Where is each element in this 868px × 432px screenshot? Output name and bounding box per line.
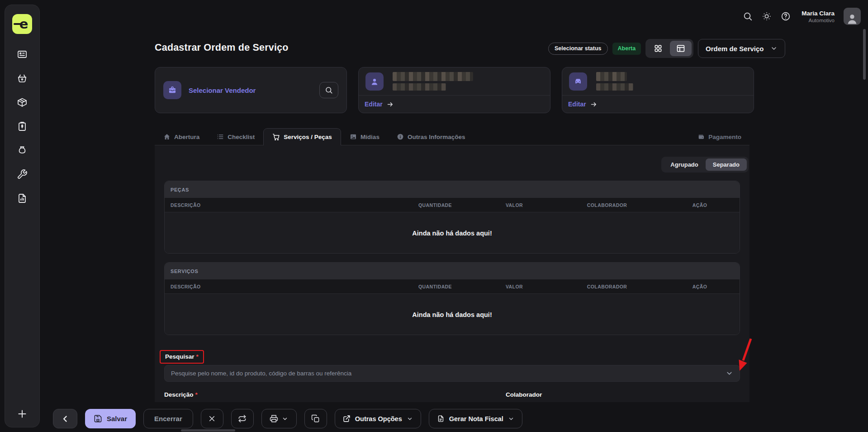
column-acao: AÇÃO: [666, 202, 734, 208]
services-table: SERVIÇOS DESCRIÇÃO QUANTIDADE VALOR COLA…: [164, 262, 740, 335]
column-acao: AÇÃO: [666, 284, 734, 289]
horizontal-scrollbar[interactable]: [181, 429, 235, 432]
tab-label: Abertura: [174, 134, 199, 140]
vehicle-card: Editar: [562, 67, 754, 113]
sidebar-item-budgets[interactable]: [17, 121, 28, 132]
separated-button[interactable]: Separado: [706, 158, 747, 171]
view-table-button[interactable]: [670, 41, 692, 56]
tab-servicos-pecas[interactable]: Serviços / Peças: [263, 128, 341, 145]
person-silhouette-icon: [845, 12, 859, 25]
sidebar-item-finance[interactable]: [17, 145, 28, 156]
info-icon: [397, 133, 404, 140]
select-status-pill[interactable]: Selecionar status: [548, 43, 608, 55]
services-table-title: SERVIÇOS: [165, 263, 740, 279]
tab-midias[interactable]: Mídias: [341, 129, 388, 145]
edit-label: Editar: [365, 101, 383, 108]
budget-clipboard-icon: [17, 121, 28, 132]
edit-label: Editar: [568, 101, 586, 108]
vendor-search-button[interactable]: [319, 82, 338, 98]
help-icon[interactable]: [781, 11, 791, 21]
product-search-input[interactable]: [171, 370, 721, 377]
tab-label: Checklist: [228, 134, 255, 140]
sidebar-add-button[interactable]: [16, 408, 28, 420]
product-search-field: [164, 365, 740, 382]
other-options-label: Outras Opções: [355, 415, 402, 422]
parts-table-header-row: DESCRIÇÃO QUANTIDADE VALOR COLABORADOR A…: [165, 198, 740, 212]
theme-toggle-icon[interactable]: [762, 11, 772, 21]
cart-icon: [272, 133, 280, 141]
checklist-icon: [217, 133, 224, 140]
cancel-button[interactable]: [201, 409, 223, 428]
select-vendor-link[interactable]: Selecionar Vendedor: [189, 86, 256, 94]
sidebar-item-sales[interactable]: [17, 73, 28, 84]
sidebar-item-reports[interactable]: [17, 193, 28, 204]
vehicle-edit-link[interactable]: Editar: [562, 95, 754, 113]
avatar[interactable]: [844, 8, 861, 25]
home-icon: [163, 133, 171, 140]
x-icon: [208, 414, 216, 423]
tab-checklist[interactable]: Checklist: [208, 129, 263, 145]
chevron-down-icon[interactable]: [726, 370, 733, 377]
view-grid-button[interactable]: [647, 41, 669, 56]
annotation-highlight-box: Pesquisar *: [160, 350, 204, 364]
chevron-down-icon: [282, 416, 288, 422]
user-info[interactable]: Maria Clara Automotivo: [802, 10, 835, 23]
redacted-vehicle-detail: [596, 83, 633, 91]
customer-edit-link[interactable]: Editar: [359, 95, 550, 113]
generate-invoice-label: Gerar Nota Fiscal: [449, 415, 503, 422]
finish-button[interactable]: Encerrar: [143, 409, 193, 428]
invoice-file-icon: [437, 415, 445, 422]
redacted-customer-detail: [393, 83, 446, 91]
id-card-icon: [17, 49, 28, 60]
copy-icon: [311, 414, 320, 423]
recurrence-button[interactable]: [231, 409, 254, 428]
finish-label: Encerrar: [154, 415, 182, 422]
report-file-icon: [17, 193, 28, 204]
tab-pagamento[interactable]: Pagamento: [689, 129, 749, 145]
header-controls: Selecionar status Aberta Ordem de Serviç…: [548, 38, 785, 58]
image-icon: [350, 133, 357, 140]
tab-label: Mídias: [360, 134, 379, 140]
save-button[interactable]: Salvar: [85, 409, 136, 428]
entity-type-dropdown[interactable]: Ordem de Serviço: [698, 39, 785, 58]
grouped-button[interactable]: Agrupado: [663, 158, 705, 171]
label-text: Colaborador: [506, 391, 542, 398]
other-options-button[interactable]: Outras Opções: [335, 409, 421, 428]
redacted-customer-name: [393, 72, 473, 81]
print-button[interactable]: [261, 409, 297, 428]
sidebar-item-services[interactable]: [17, 169, 28, 180]
app-logo[interactable]: e: [12, 14, 32, 34]
column-colaborador: COLABORADOR: [548, 202, 666, 208]
column-valor: VALOR: [480, 202, 548, 208]
repeat-icon: [238, 414, 247, 423]
bottom-toolbar: Salvar Encerrar Outras Opções Gerar Nota…: [53, 409, 522, 428]
parts-empty-state: Ainda não há dados aqui!: [165, 212, 740, 254]
required-mark: *: [196, 353, 199, 360]
tab-abertura[interactable]: Abertura: [155, 129, 208, 145]
arrow-right-icon: [387, 101, 394, 108]
table-layout-icon: [676, 44, 685, 53]
car-icon: [569, 72, 587, 91]
label-text: Descrição: [164, 391, 194, 398]
external-link-icon: [343, 415, 351, 422]
vertical-scrollbar[interactable]: [863, 29, 866, 80]
search-icon[interactable]: [743, 11, 753, 21]
tab-outras-informacoes[interactable]: Outras Informações: [388, 129, 474, 145]
package-icon: [17, 97, 28, 108]
description-field-label: Descrição *: [164, 391, 198, 398]
topbar: Maria Clara Automotivo: [743, 5, 861, 27]
group-mode-toggle: Agrupado Separado: [661, 157, 749, 173]
generate-invoice-button[interactable]: Gerar Nota Fiscal: [429, 409, 522, 428]
parts-table-title: PEÇAS: [165, 181, 740, 198]
basket-icon: [17, 73, 28, 84]
page-title: Cadastrar Ordem de Serviço: [155, 42, 289, 53]
back-button[interactable]: [53, 409, 77, 428]
services-empty-state: Ainda não há dados aqui!: [165, 294, 740, 335]
sidebar-item-contacts[interactable]: [17, 49, 28, 60]
sidebar-item-products[interactable]: [17, 97, 28, 108]
customer-card: Editar: [358, 67, 550, 113]
user-role: Automotivo: [802, 18, 835, 23]
required-mark: *: [195, 391, 198, 398]
tab-label: Serviços / Peças: [284, 134, 332, 140]
duplicate-button[interactable]: [304, 409, 327, 428]
